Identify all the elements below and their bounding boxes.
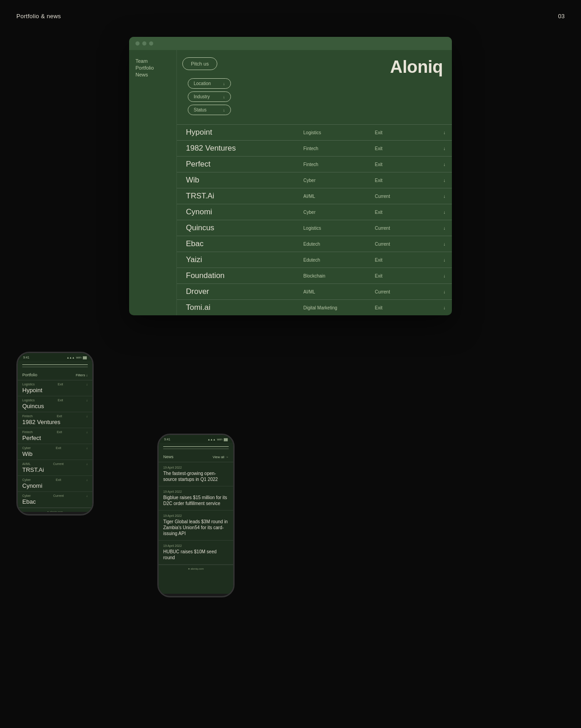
table-row[interactable]: Foundation Blockchain Exit ↓	[177, 268, 452, 284]
company-name: Quincus	[177, 220, 303, 236]
table-row[interactable]: TRST.Ai AI/ML Current ↓	[177, 188, 452, 204]
list-item-meta: Logistics Exit ↓	[22, 383, 88, 386]
list-item[interactable]: AI/ML Current ↓ TRST.Ai	[18, 460, 92, 476]
company-industry: Cyber	[303, 172, 375, 188]
list-item[interactable]: 19 April 2022 Bigblue raises $15 million…	[159, 486, 233, 511]
table-row[interactable]: Tomi.ai Digital Marketing Exit ↓	[177, 300, 452, 316]
company-name: TRST.Ai	[177, 188, 303, 204]
company-industry: Fintech	[303, 141, 375, 157]
row-expand[interactable]: ↓	[430, 284, 452, 300]
company-name: Foundation	[177, 268, 303, 284]
table-row[interactable]: Yaizi Edutech Exit ↓	[177, 252, 452, 268]
row-expand[interactable]: ↓	[430, 125, 452, 141]
item-status: Current	[53, 462, 64, 465]
list-item-arrow: ↓	[86, 478, 88, 481]
item-industry: Fintech	[22, 430, 33, 434]
status-arrow-icon: ↓	[223, 108, 225, 112]
list-item[interactable]: Logistics Exit ↓ Quincus	[18, 396, 92, 412]
phone2-status-bar: 9:41 ▲▲▲ WiFi ▓▓	[159, 435, 233, 443]
item-name: Hypoint	[22, 387, 88, 394]
browser-body: Team Portfolio News Pitch us Location ↓	[129, 50, 452, 315]
list-item[interactable]: 19 April 2022 The fastest-growing open-s…	[159, 462, 233, 486]
company-name: Yaizi	[177, 252, 303, 268]
news-headline: Bigblue raises $15 million for its D2C o…	[163, 495, 229, 506]
list-item[interactable]: Logistics Exit ↓ Hypoint	[18, 380, 92, 396]
sidebar-item-portfolio[interactable]: Portfolio	[135, 65, 170, 71]
row-expand[interactable]: ↓	[430, 172, 452, 188]
table-row[interactable]: Perfect Fintech Exit ↓	[177, 157, 452, 172]
table-row[interactable]: Wib Cyber Exit ↓	[177, 172, 452, 188]
sidebar-item-news[interactable]: News	[135, 72, 170, 77]
pitch-us-button[interactable]: Pitch us	[182, 57, 217, 70]
list-item[interactable]: 19 April 2022 HUBUC raises $10M seed rou…	[159, 541, 233, 565]
phone1-line2	[22, 367, 88, 367]
table-row[interactable]: Drover AI/ML Current ↓	[177, 284, 452, 300]
expand-arrow-icon: ↓	[443, 130, 446, 135]
phone2-time: 9:41	[164, 438, 170, 441]
phone2-line1	[163, 446, 229, 447]
company-name: Wib	[177, 172, 303, 188]
list-item-meta: Fintech Exit ↓	[22, 415, 88, 418]
phone2-view-all[interactable]: View all →	[213, 455, 229, 459]
list-item[interactable]: Fintech Exit ↓ Perfect	[18, 428, 92, 444]
row-expand[interactable]: ↓	[430, 204, 452, 220]
table-row[interactable]: Ebac Edutech Current ↓	[177, 236, 452, 252]
item-industry: Logistics	[22, 383, 35, 386]
company-status: Current	[375, 220, 430, 236]
company-status: Exit	[375, 157, 430, 172]
status-filter[interactable]: Status ↓	[188, 105, 231, 115]
browser-mockup: Team Portfolio News Pitch us Location ↓	[129, 37, 452, 315]
page-title: Portfolio & news	[16, 13, 61, 20]
phone1-items-list: Logistics Exit ↓ Hypoint Logistics Exit …	[18, 380, 92, 508]
company-status: Current	[375, 188, 430, 204]
location-filter[interactable]: Location ↓	[188, 78, 231, 89]
item-name: Wib	[22, 450, 88, 457]
phone1-filter-link[interactable]: Filters ↓	[76, 373, 88, 377]
list-item-meta: AI/ML Current ↓	[22, 462, 88, 465]
row-expand[interactable]: ↓	[430, 141, 452, 157]
list-item[interactable]: 19 April 2022 Tiger Global leads $3M rou…	[159, 511, 233, 541]
phone1-icons: ▲▲▲ WiFi ▓▓	[66, 356, 87, 359]
table-row[interactable]: Hypoint Logistics Exit ↓	[177, 125, 452, 141]
status-label: Status	[194, 107, 206, 112]
list-item[interactable]: Cyber Current ↓ Ebac	[18, 492, 92, 508]
company-industry: AI/ML	[303, 284, 375, 300]
table-row[interactable]: 1982 Ventures Fintech Exit ↓	[177, 141, 452, 157]
phone1-footer: ● aloniq.com	[18, 508, 92, 512]
table-row[interactable]: Cynomi Cyber Exit ↓	[177, 204, 452, 220]
list-item-meta: Cyber Exit ↓	[22, 446, 88, 450]
sidebar-item-team[interactable]: Team	[135, 58, 170, 64]
location-arrow-icon: ↓	[223, 81, 225, 86]
expand-arrow-icon: ↓	[443, 146, 446, 151]
item-industry: Cyber	[22, 494, 31, 497]
portfolio-table: Hypoint Logistics Exit ↓ 1982 Ventures F…	[177, 124, 452, 315]
industry-filter[interactable]: Industry ↓	[188, 91, 231, 102]
item-status: Exit	[57, 430, 62, 434]
row-expand[interactable]: ↓	[430, 157, 452, 172]
phone1-status-bar: 9:41 ▲▲▲ WiFi ▓▓	[18, 353, 92, 361]
item-status: Exit	[58, 399, 63, 402]
company-status: Exit	[375, 172, 430, 188]
list-item-meta: Fintech Exit ↓	[22, 430, 88, 434]
company-name: 1982 Ventures	[177, 141, 303, 157]
phone1-body: Portfolio Filters ↓ Logistics Exit ↓ Hyp…	[18, 361, 92, 512]
row-expand[interactable]: ↓	[430, 188, 452, 204]
item-name: Ebac	[22, 498, 88, 505]
row-expand[interactable]: ↓	[430, 236, 452, 252]
company-status: Exit	[375, 141, 430, 157]
battery-icon: ▓▓	[83, 356, 87, 359]
phone1-line1	[22, 364, 88, 365]
row-expand[interactable]: ↓	[430, 268, 452, 284]
row-expand[interactable]: ↓	[430, 300, 452, 316]
item-name: Cynomi	[22, 482, 88, 489]
row-expand[interactable]: ↓	[430, 252, 452, 268]
list-item[interactable]: Cyber Exit ↓ Cynomi	[18, 476, 92, 492]
row-expand[interactable]: ↓	[430, 220, 452, 236]
wifi2-icon: WiFi	[217, 438, 222, 441]
item-name: Perfect	[22, 435, 88, 441]
list-item[interactable]: Fintech Exit ↓ 1982 Ventures	[18, 412, 92, 428]
table-row[interactable]: Quincus Logistics Current ↓	[177, 220, 452, 236]
browser-dot-3	[149, 41, 153, 46]
list-item[interactable]: Cyber Exit ↓ Wib	[18, 444, 92, 460]
browser-dot-1	[135, 41, 140, 46]
